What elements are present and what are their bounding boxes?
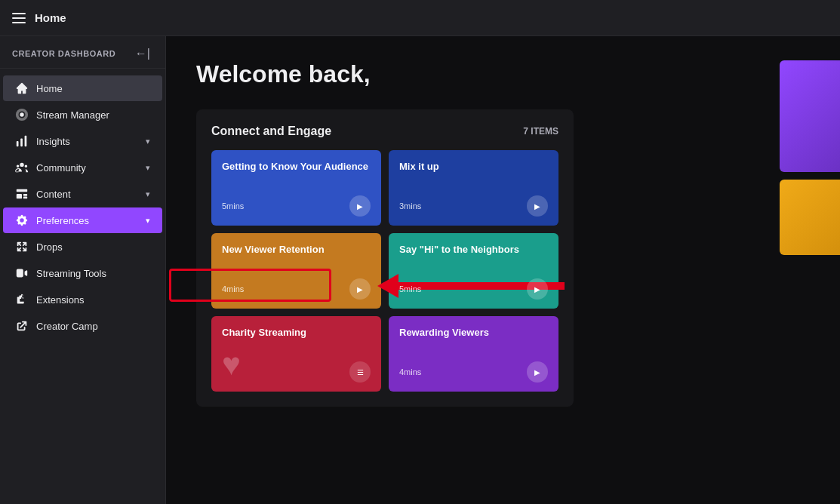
card-know-audience-footer: 5mins ▶: [222, 195, 371, 217]
right-card-yellow: [780, 180, 840, 255]
card-charity-footer: ☰: [222, 361, 371, 383]
content-icon: [15, 187, 29, 201]
card-charity-play[interactable]: ☰: [349, 361, 371, 383]
insights-chevron-icon: ▾: [146, 137, 150, 146]
card-charity[interactable]: Charity Streaming ☰ ♥: [211, 316, 381, 392]
svg-rect-2: [20, 138, 23, 146]
sidebar-item-extensions[interactable]: Extensions: [3, 287, 162, 312]
sidebar-item-home-label: Home: [36, 83, 150, 94]
card-mix-it-up-play[interactable]: ▶: [527, 195, 548, 217]
main-layout: CREATOR DASHBOARD ←| Home Stream Manager: [0, 36, 840, 504]
card-rewarding-title: Rewarding Viewers: [399, 327, 548, 340]
card-say-hi-title: Say "Hi" to the Neighbors: [399, 244, 548, 257]
sidebar-item-content[interactable]: Content ▾: [3, 181, 162, 207]
sidebar-item-creator-camp[interactable]: Creator Camp: [3, 313, 162, 339]
content-area: Welcome back, Connect and Engage 7 ITEMS…: [166, 36, 840, 504]
insights-icon: [15, 134, 29, 148]
card-rewarding-duration: 4mins: [399, 367, 421, 376]
svg-rect-1: [17, 141, 19, 146]
extensions-icon: [15, 293, 29, 306]
preferences-icon: [15, 214, 29, 227]
card-new-viewer-footer: 4mins ▶: [222, 278, 371, 300]
sidebar-item-drops[interactable]: Drops: [3, 234, 162, 260]
sidebar-item-stream-manager-label: Stream Manager: [36, 109, 150, 121]
cards-grid: Getting to Know Your Audience 5mins ▶ Mi…: [211, 150, 558, 392]
drops-icon: [15, 240, 29, 254]
card-mix-it-up[interactable]: Mix it up 3mins ▶: [389, 150, 558, 226]
sidebar-item-creator-camp-label: Creator Camp: [36, 321, 150, 332]
content-inner: Welcome back, Connect and Engage 7 ITEMS…: [166, 36, 840, 504]
sidebar-item-streaming-tools-label: Streaming Tools: [36, 268, 150, 279]
sidebar-header: CREATOR DASHBOARD ←|: [0, 36, 165, 69]
section-count: 7 ITEMS: [523, 126, 558, 137]
sidebar-header-label: CREATOR DASHBOARD: [12, 49, 115, 58]
card-mix-it-up-title: Mix it up: [399, 161, 548, 174]
card-charity-title: Charity Streaming: [222, 327, 371, 340]
welcome-title: Welcome back,: [196, 60, 810, 88]
svg-point-0: [20, 112, 23, 116]
streaming-tools-icon: [15, 266, 29, 280]
svg-rect-3: [25, 136, 27, 146]
stream-manager-icon: [15, 108, 29, 121]
community-icon: [15, 161, 29, 174]
preferences-chevron-icon: ▾: [146, 216, 150, 226]
connect-engage-section: Connect and Engage 7 ITEMS Getting to Kn…: [196, 109, 574, 407]
card-know-audience-play[interactable]: ▶: [349, 195, 371, 217]
card-know-audience[interactable]: Getting to Know Your Audience 5mins ▶: [211, 150, 381, 226]
sidebar: CREATOR DASHBOARD ←| Home Stream Manager: [0, 36, 166, 504]
sidebar-item-community[interactable]: Community ▾: [3, 155, 162, 180]
section-header: Connect and Engage 7 ITEMS: [211, 124, 558, 138]
sidebar-collapse-button[interactable]: ←|: [132, 45, 153, 62]
topbar: Home: [0, 0, 840, 36]
topbar-title: Home: [35, 11, 66, 24]
community-chevron-icon: ▾: [146, 163, 150, 173]
card-say-hi-play[interactable]: ▶: [527, 278, 548, 300]
sidebar-item-community-label: Community: [36, 162, 138, 174]
menu-icon[interactable]: [12, 13, 26, 23]
sidebar-item-preferences[interactable]: Preferences ▾: [3, 207, 162, 233]
right-card-purple: [780, 60, 840, 172]
card-rewarding-footer: 4mins ▶: [399, 361, 548, 383]
card-rewarding[interactable]: Rewarding Viewers 4mins ▶: [389, 316, 558, 392]
card-new-viewer-title: New Viewer Retention: [222, 244, 371, 257]
card-say-hi-footer: 5mins ▶: [399, 278, 548, 300]
section-title: Connect and Engage: [211, 124, 331, 138]
card-new-viewer-duration: 4mins: [222, 284, 244, 293]
card-mix-it-up-footer: 3mins ▶: [399, 195, 548, 217]
sidebar-item-insights-label: Insights: [36, 136, 138, 147]
sidebar-item-preferences-label: Preferences: [36, 215, 138, 226]
card-say-hi-duration: 5mins: [399, 284, 421, 293]
sidebar-item-stream-manager[interactable]: Stream Manager: [3, 102, 162, 128]
creator-camp-icon: [15, 319, 29, 333]
sidebar-item-drops-label: Drops: [36, 241, 150, 253]
content-chevron-icon: ▾: [146, 189, 150, 199]
card-say-hi[interactable]: Say "Hi" to the Neighbors 5mins ▶: [389, 233, 558, 309]
sidebar-item-content-label: Content: [36, 189, 138, 200]
sidebar-nav: Home Stream Manager Insights ▾: [0, 69, 165, 504]
sidebar-item-streaming-tools[interactable]: Streaming Tools: [3, 260, 162, 286]
card-mix-it-up-duration: 3mins: [399, 201, 421, 211]
sidebar-item-extensions-label: Extensions: [36, 294, 150, 306]
sidebar-item-home[interactable]: Home: [3, 75, 162, 101]
card-know-audience-title: Getting to Know Your Audience: [222, 161, 371, 174]
home-icon: [15, 81, 29, 95]
card-new-viewer[interactable]: New Viewer Retention 4mins ▶: [211, 233, 381, 309]
card-rewarding-play[interactable]: ▶: [527, 361, 548, 383]
card-know-audience-duration: 5mins: [222, 201, 244, 211]
card-new-viewer-play[interactable]: ▶: [349, 278, 371, 300]
right-strip: [780, 60, 840, 287]
sidebar-item-insights[interactable]: Insights ▾: [3, 128, 162, 154]
